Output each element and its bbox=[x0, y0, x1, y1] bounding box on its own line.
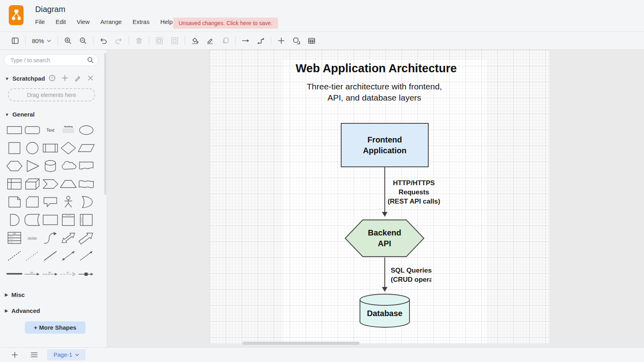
shape-search-box bbox=[4, 54, 98, 66]
scratchpad-section-header[interactable]: ▼ Scratchpad bbox=[5, 75, 45, 82]
shape-note[interactable] bbox=[5, 193, 23, 211]
shape-trapezoid[interactable] bbox=[59, 175, 77, 193]
shape-text[interactable]: Text bbox=[41, 121, 59, 139]
shape-directional-connector[interactable] bbox=[77, 247, 95, 265]
shape-horizontal-container[interactable] bbox=[77, 211, 95, 229]
edge-label-http-requests[interactable]: HTTP/HTTPS Requests (REST API calls) bbox=[374, 178, 454, 206]
scratchpad-add-icon[interactable] bbox=[62, 75, 68, 83]
shape-list-item[interactable]: List Item bbox=[23, 229, 41, 247]
shape-cloud[interactable] bbox=[59, 157, 77, 175]
more-shapes-button[interactable]: + More Shapes bbox=[25, 321, 85, 334]
shape-ellipse[interactable] bbox=[77, 121, 95, 139]
edge-backend-to-database[interactable] bbox=[382, 257, 388, 292]
undo-button[interactable] bbox=[96, 34, 111, 47]
zoom-level-dropdown[interactable]: 80% bbox=[28, 34, 55, 47]
connection-arrow-button[interactable] bbox=[238, 34, 253, 47]
shape-square[interactable] bbox=[5, 139, 23, 157]
shape-hexagon[interactable] bbox=[5, 157, 23, 175]
shape-callout[interactable] bbox=[41, 193, 59, 211]
shape-data-storage[interactable] bbox=[23, 211, 41, 229]
menu-help[interactable]: Help bbox=[160, 18, 173, 25]
misc-section-header[interactable]: ▶ Misc bbox=[5, 291, 25, 298]
shape-card[interactable] bbox=[23, 193, 41, 211]
shape-dotted-line[interactable] bbox=[23, 247, 41, 265]
sidebar-scrollbar[interactable] bbox=[104, 53, 106, 195]
scratchpad-title: Scratchpad bbox=[12, 75, 45, 82]
scratchpad-close-icon[interactable] bbox=[87, 75, 94, 83]
shape-circle[interactable] bbox=[23, 139, 41, 157]
zoom-out-button[interactable] bbox=[76, 34, 91, 47]
search-icon[interactable] bbox=[87, 57, 94, 63]
shape-bidirectional-arrow[interactable] bbox=[59, 229, 77, 247]
shadow-button[interactable] bbox=[218, 34, 233, 47]
shape-tape[interactable] bbox=[77, 175, 95, 193]
shape-cylinder[interactable] bbox=[41, 157, 59, 175]
fill-color-button[interactable] bbox=[187, 34, 203, 47]
shape-process[interactable] bbox=[41, 139, 59, 157]
diagram-canvas[interactable]: Web Application Architecture Three-tier … bbox=[107, 50, 644, 347]
node-frontend-application[interactable]: Frontend Application bbox=[341, 123, 429, 167]
shape-or[interactable] bbox=[77, 193, 95, 211]
redo-button[interactable] bbox=[111, 34, 126, 47]
shape-document[interactable] bbox=[77, 157, 95, 175]
to-front-button[interactable] bbox=[152, 34, 167, 47]
shape-arrow-with-label[interactable] bbox=[23, 265, 41, 283]
advanced-section-header[interactable]: ▶ Advanced bbox=[5, 307, 40, 314]
shape-and[interactable] bbox=[5, 211, 23, 229]
shape-step[interactable] bbox=[41, 175, 59, 193]
shape-arrow-with-box[interactable] bbox=[77, 265, 95, 283]
menu-extras[interactable]: Extras bbox=[133, 18, 150, 25]
scratchpad-help-icon[interactable]: ? bbox=[49, 75, 56, 83]
document-title[interactable]: Diagram bbox=[35, 5, 66, 14]
shape-curve[interactable] bbox=[41, 229, 59, 247]
shape-container[interactable] bbox=[41, 211, 59, 229]
shape-internal-storage[interactable] bbox=[5, 175, 23, 193]
add-page-button[interactable] bbox=[8, 349, 22, 360]
shape-cube[interactable] bbox=[23, 175, 41, 193]
menu-file[interactable]: File bbox=[35, 18, 45, 25]
table-button[interactable] bbox=[304, 34, 319, 47]
scratchpad-drop-zone[interactable]: Drag elements here bbox=[8, 88, 95, 101]
pages-menu-button[interactable] bbox=[27, 349, 41, 360]
search-input[interactable] bbox=[10, 57, 87, 64]
diagram-title[interactable]: Web Application Architecture bbox=[296, 62, 455, 75]
shape-line[interactable] bbox=[41, 247, 59, 265]
chevron-down-icon bbox=[47, 40, 51, 42]
shape-vertical-container[interactable] bbox=[59, 211, 77, 229]
shape-rectangle[interactable] bbox=[5, 121, 23, 139]
shape-dashed-open-arrow[interactable] bbox=[59, 265, 77, 283]
menu-edit[interactable]: Edit bbox=[56, 18, 66, 25]
shape-list[interactable]: List bbox=[5, 229, 23, 247]
page-tab[interactable]: Page-1 bbox=[47, 349, 85, 360]
line-color-button[interactable] bbox=[203, 34, 218, 47]
shape-dashed-arrow-with-label[interactable] bbox=[41, 265, 59, 283]
collapse-triangle-icon: ▼ bbox=[5, 112, 9, 117]
shape-triangle[interactable] bbox=[23, 157, 41, 175]
shape-picker-button[interactable] bbox=[289, 34, 304, 47]
horizontal-scrollbar[interactable] bbox=[242, 342, 360, 345]
insert-button[interactable] bbox=[274, 34, 289, 47]
shape-rounded-rectangle[interactable] bbox=[23, 121, 41, 139]
delete-button[interactable] bbox=[131, 34, 147, 47]
shape-parallelogram[interactable] bbox=[77, 139, 95, 157]
general-section-header[interactable]: ▼ General bbox=[5, 111, 35, 118]
zoom-in-button[interactable] bbox=[60, 34, 76, 47]
general-title: General bbox=[12, 111, 35, 118]
shape-link[interactable] bbox=[5, 265, 23, 283]
menu-arrange[interactable]: Arrange bbox=[100, 18, 121, 25]
scratchpad-edit-icon[interactable] bbox=[74, 75, 81, 83]
menu-view[interactable]: View bbox=[77, 18, 89, 25]
shape-arrow[interactable] bbox=[77, 229, 95, 247]
waypoint-style-button[interactable] bbox=[253, 34, 268, 47]
shape-diamond[interactable] bbox=[59, 139, 77, 157]
unsaved-changes-banner[interactable]: Unsaved changes. Click here to save. bbox=[173, 18, 278, 29]
shape-dashed-line[interactable] bbox=[5, 247, 23, 265]
shape-textbox[interactable]: Heading bbox=[59, 121, 77, 139]
toggle-panels-button[interactable] bbox=[8, 34, 23, 47]
diagram-subtitle[interactable]: Three-tier architecture with frontend, A… bbox=[274, 81, 474, 103]
edge-label-sql-queries[interactable]: SQL Queries (CRUD operation bbox=[391, 266, 431, 284]
to-back-button[interactable] bbox=[167, 34, 182, 47]
shape-bidirectional-connector[interactable] bbox=[59, 247, 77, 265]
menu-bar: FileEditViewArrangeExtrasHelp bbox=[35, 18, 173, 25]
shape-actor[interactable] bbox=[59, 193, 77, 211]
